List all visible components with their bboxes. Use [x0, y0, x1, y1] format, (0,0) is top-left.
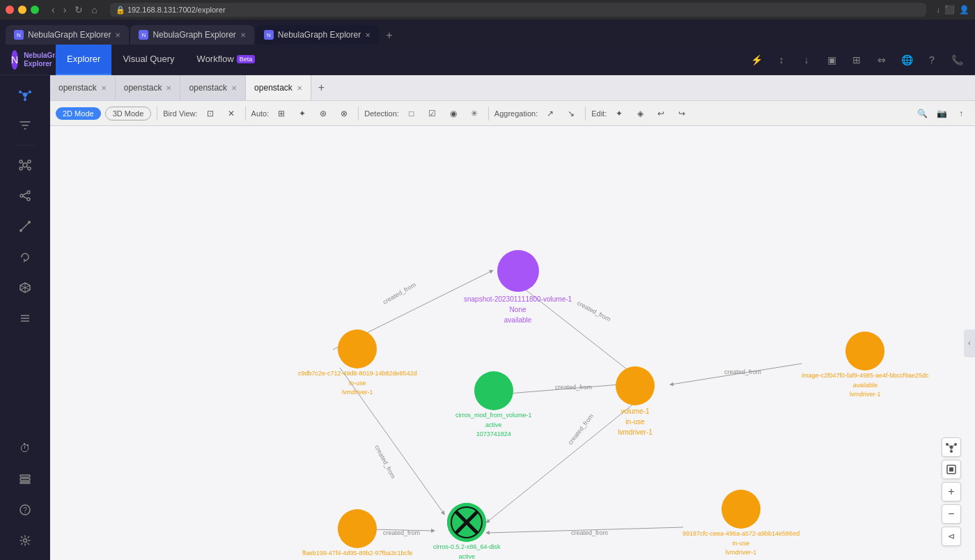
- header-action-2[interactable]: ↕: [772, 50, 791, 70]
- node-label-green-center-2: active: [485, 421, 502, 430]
- tab-close-2[interactable]: ✕: [240, 31, 246, 39]
- nav-tab-workflow[interactable]: Workflow Beta: [186, 45, 267, 75]
- home-button[interactable]: ⌂: [88, 3, 100, 17]
- canvas-tab-close-3[interactable]: ✕: [231, 84, 237, 92]
- share-icon[interactable]: ↑: [953, 105, 969, 122]
- canvas-tab-4[interactable]: openstack ✕: [246, 75, 311, 100]
- detection-icon-4[interactable]: ✳: [466, 105, 483, 122]
- mode-2d-button[interactable]: 2D Mode: [56, 107, 101, 120]
- edit-icon-3[interactable]: ↩: [653, 105, 669, 122]
- mode-3d-button[interactable]: 3D Mode: [105, 107, 152, 120]
- sidebar-icon-line[interactable]: [11, 212, 39, 240]
- node-purple-top[interactable]: snapshot-202301111800-volume-1 None avai…: [464, 250, 572, 325]
- svg-text:created_from: created_from: [382, 281, 417, 306]
- sidebar-icon-list[interactable]: [11, 465, 39, 493]
- browser-tab-2[interactable]: N NebulaGraph Explorer ✕: [130, 25, 254, 45]
- node-circle-orange-bottom-left[interactable]: [338, 509, 377, 548]
- sidebar-icon-loop[interactable]: [11, 243, 39, 271]
- edit-icon-1[interactable]: ✦: [611, 105, 627, 122]
- new-tab-button[interactable]: +: [380, 29, 398, 42]
- tab-close-1[interactable]: ✕: [115, 31, 120, 39]
- sidebar-icon-star[interactable]: [11, 151, 39, 179]
- header-action-phone[interactable]: 📞: [947, 50, 967, 70]
- node-circle-purple[interactable]: [497, 250, 539, 292]
- svg-point-60: [950, 450, 953, 453]
- header-action-5[interactable]: ⊞: [847, 50, 866, 70]
- canvas-tab-2[interactable]: openstack ✕: [116, 75, 181, 100]
- node-orange-bottom-right[interactable]: 99187cfc-ceea-496a-a572-a9bb14e586ed in-…: [682, 490, 800, 557]
- forward-button[interactable]: ›: [61, 3, 70, 17]
- sidebar-icon-layers[interactable]: [11, 304, 39, 332]
- node-green-x-bottom[interactable]: cirros-0.5.2-x86_64-disk active 16300544: [433, 503, 501, 560]
- bird-view-icon-2[interactable]: ✕: [223, 105, 240, 122]
- node-orange-left[interactable]: c9db7c2e-c712-49d6-8019-14b82de8542d in-…: [298, 329, 417, 397]
- graph-canvas[interactable]: created_from created_from created_from c…: [50, 126, 975, 560]
- node-orange-bottom-left[interactable]: ffaeb199-47f4-4d95-89b2-97fba3c1bcfe in-…: [302, 509, 412, 560]
- node-circle-green-x[interactable]: [447, 503, 486, 542]
- header-action-3[interactable]: ↓: [797, 50, 816, 70]
- detection-icon-1[interactable]: □: [403, 105, 420, 122]
- detection-icon-2[interactable]: ☑: [424, 105, 441, 122]
- fullscreen-button[interactable]: [31, 6, 39, 14]
- collapse-panel-button[interactable]: ⊲: [942, 527, 961, 546]
- auto-icon-1[interactable]: ⊞: [273, 105, 290, 122]
- detection-icon-3[interactable]: ◉: [445, 105, 462, 122]
- canvas-tab-close-1[interactable]: ✕: [101, 84, 107, 92]
- node-circle-orange-left[interactable]: [338, 329, 377, 368]
- canvas-tab-1[interactable]: openstack ✕: [50, 75, 116, 100]
- fit-screen-button[interactable]: [942, 460, 961, 479]
- downloads-icon[interactable]: ↓: [936, 5, 940, 15]
- sidebar-icon-help[interactable]: ?: [11, 496, 39, 524]
- node-orange-right-mid[interactable]: volume-1 in-use lvmdriver-1: [616, 366, 655, 437]
- header-action-help[interactable]: ?: [922, 50, 942, 70]
- node-circle-orange-bottom-right[interactable]: [722, 490, 760, 529]
- extensions-icon[interactable]: ⬛: [944, 5, 955, 15]
- profile-icon[interactable]: 👤: [959, 5, 969, 15]
- auto-icon-2[interactable]: ✦: [294, 105, 311, 122]
- sidebar-icon-share[interactable]: [11, 182, 39, 210]
- node-green-center[interactable]: cirros_mod_from_volume-1 active 10737418…: [455, 371, 532, 439]
- node-orange-far-right[interactable]: image-c2f047f0-faf9-4985-ae4f-bbccf9ae25…: [802, 332, 929, 399]
- back-button[interactable]: ‹: [49, 3, 58, 17]
- layout-control-button[interactable]: [942, 437, 961, 457]
- search-icon[interactable]: 🔍: [914, 105, 930, 122]
- app: N NebulaGraph Explorer Explorer Visual Q…: [0, 45, 975, 560]
- node-circle-orange-far-right[interactable]: [845, 332, 884, 371]
- close-button[interactable]: [6, 6, 14, 14]
- right-panel-toggle[interactable]: ‹: [964, 329, 975, 357]
- browser-tab-3[interactable]: N NebulaGraph Explorer ✕: [256, 25, 379, 45]
- browser-tab-1[interactable]: N NebulaGraph Explorer ✕: [6, 25, 129, 45]
- nav-tab-visual-query[interactable]: Visual Query: [111, 45, 185, 75]
- edit-icon-4[interactable]: ↪: [673, 105, 690, 122]
- traffic-lights: [6, 6, 39, 14]
- zoom-in-button[interactable]: +: [942, 482, 961, 501]
- sidebar-icon-graph[interactable]: [11, 81, 39, 109]
- auto-icon-4[interactable]: ⊗: [336, 105, 352, 122]
- bird-view-icon-1[interactable]: ⊡: [202, 105, 219, 122]
- node-circle-orange-right-mid[interactable]: [616, 366, 655, 405]
- sidebar-icon-cube[interactable]: [11, 274, 39, 302]
- header-action-1[interactable]: ⚡: [747, 50, 766, 70]
- auto-icon-3[interactable]: ⊛: [315, 105, 332, 122]
- reload-button[interactable]: ↻: [72, 3, 86, 17]
- minimize-button[interactable]: [18, 6, 26, 14]
- address-bar[interactable]: 🔒 192.168.8.131:7002/explorer: [110, 3, 926, 17]
- header-action-globe[interactable]: 🌐: [897, 50, 916, 70]
- add-canvas-tab-button[interactable]: +: [311, 81, 332, 94]
- aggregation-icon-1[interactable]: ↗: [542, 105, 559, 122]
- sidebar-icon-filter[interactable]: [11, 111, 39, 139]
- tab-close-3[interactable]: ✕: [365, 31, 370, 39]
- node-circle-green-center[interactable]: [474, 371, 513, 410]
- camera-icon[interactable]: 📷: [933, 105, 950, 122]
- sidebar-icon-settings[interactable]: [11, 527, 39, 554]
- zoom-out-button[interactable]: −: [942, 504, 961, 524]
- sidebar-icon-history[interactable]: ⏱: [11, 435, 39, 462]
- edit-icon-2[interactable]: ◈: [632, 105, 648, 122]
- canvas-tab-3[interactable]: openstack ✕: [180, 75, 246, 100]
- canvas-tab-close-2[interactable]: ✕: [166, 84, 171, 92]
- header-action-6[interactable]: ⇔: [872, 50, 891, 70]
- aggregation-icon-2[interactable]: ↘: [563, 105, 579, 122]
- canvas-tab-close-4[interactable]: ✕: [297, 84, 302, 92]
- nav-tab-explorer[interactable]: Explorer: [56, 45, 111, 75]
- header-action-4[interactable]: ▣: [822, 50, 841, 70]
